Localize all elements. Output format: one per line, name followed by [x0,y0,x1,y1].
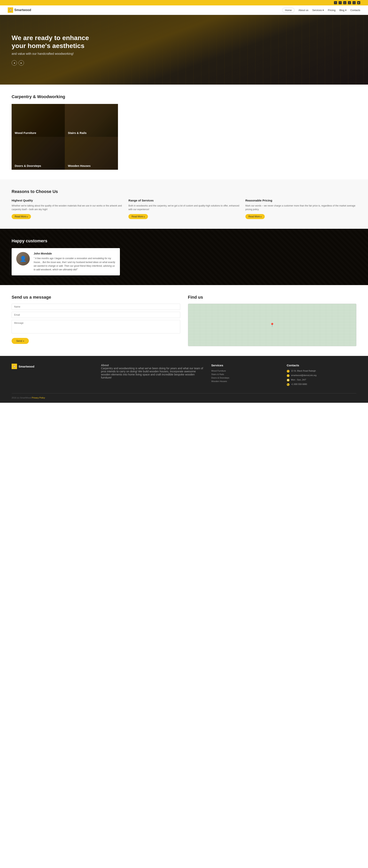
twitter-icon[interactable]: 𝕏 [334,1,337,4]
footer-grid: 🏠 Smartwood About Carpentry and woodwork… [11,364,357,388]
testimonial-card: 👤 John Mondale " A few months ago I bega… [11,248,120,275]
footer-service-houses[interactable]: Wooden Houses [211,380,281,382]
service-tile-houses[interactable]: Wooden Houses [65,137,118,170]
footer-logo-text: Smartwood [19,365,34,368]
youtube-icon[interactable]: ▶ [357,1,360,4]
nav-link-services[interactable]: Services ▾ [312,9,324,11]
main-nav: 🏠 Smartwood Home About us Services ▾ Pri… [0,5,368,15]
email-input[interactable] [11,312,180,318]
find-us-col: Find us 📍 Map data ©2016 Google Terms of… [188,295,357,346]
footer-services-col: Services Wood Furniture Stairs & Rails D… [211,364,281,388]
footer-copyright: 2016 (c) SmartWood [11,397,31,399]
message-input[interactable] [11,320,180,334]
reason-services-readmore[interactable]: Read More [128,214,148,219]
footer-logo: 🏠 Smartwood [11,364,95,369]
send-button[interactable]: Send [11,338,29,344]
testimonial-content: John Mondale " A few months ago I began … [34,252,115,272]
service-tile-wood-furniture[interactable]: Wood Furniture [11,104,65,137]
hero-content: We are ready to enhance your home's aest… [11,34,89,66]
testimonial-name: John Mondale [34,252,115,255]
footer-service-stairs[interactable]: Stairs & Rails [211,373,281,375]
tile-label-doors: Doors & Doorsteps [15,164,41,167]
contact-form-col: Send us a message Send [11,295,180,346]
nav-link-contacts[interactable]: Contacts [350,9,360,11]
tile-label-wood: Wood Furniture [15,131,36,134]
footer-service-doors[interactable]: Doors & Doorsteps [211,377,281,379]
footer-contacts-title: Contacts [287,364,357,367]
footer-contact-address: 📍 22 St. Black Road Raleigh [287,370,357,373]
reasons-section: Reasons to Choose Us Highest Quality Whe… [0,179,368,229]
hero-nav-buttons: ◂ ▸ [11,60,89,66]
reason-pricing-desc: Mark our words – we never charge a custo… [245,204,357,211]
carpentry-section: Carpentry & Woodworking Wood Furniture S… [0,85,368,179]
reason-services-title: Range of Services [128,199,239,202]
service-tile-stairs-rails[interactable]: Stairs & Rails [65,104,118,137]
facebook-icon[interactable]: f [339,1,342,4]
hero-section: We are ready to enhance your home's aest… [0,15,368,85]
footer-address-text: 22 St. Black Road Raleigh [291,370,316,372]
hero-heading: We are ready to enhance your home's aest… [11,34,89,50]
email-icon: ✉ [287,374,290,377]
clock-icon: 🕐 [287,379,290,381]
services-grid: Wood Furniture Stairs & Rails Doors & Do… [11,104,118,170]
nav-item-services[interactable]: Services ▾ [312,8,324,11]
contact-section: Send us a message Send Find us 📍 Map dat… [0,285,368,356]
customers-section: Happy customers 👤 John Mondale " A few m… [0,229,368,285]
nav-link-pricing[interactable]: Pricing [328,9,336,11]
nav-item-home[interactable]: Home [282,8,295,11]
reason-pricing-readmore[interactable]: Read More [245,214,265,219]
footer-about-title: About [101,364,205,367]
top-bar: 𝕏 f g p ◻ ▶ [0,0,368,5]
reason-services-desc: Both in woodworks and the carpentry, we'… [128,204,239,211]
nav-item-blog[interactable]: Blog ▾ [339,8,346,11]
footer-bottom: 2016 (c) SmartWood Privacy Policy [11,393,357,399]
footer-hours-text: Mon - Sun, 24/7 [291,378,306,381]
map-container[interactable]: 📍 Map data ©2016 Google Terms of Use Rep… [188,304,357,346]
form-group-name [11,304,180,310]
name-input[interactable] [11,304,180,310]
reason-card-services: Range of Services Both in woodworks and … [128,199,239,219]
map-placeholder: 📍 [188,304,357,346]
footer-about-col: About Carpentry and woodworking is what … [101,364,205,388]
nav-item-about[interactable]: About us [298,8,308,11]
testimonial-avatar: 👤 [16,252,30,266]
hero-prev-button[interactable]: ◂ [11,60,17,66]
logo[interactable]: 🏠 Smartwood [8,7,31,13]
reason-quality-title: Highest Quality [11,199,123,202]
service-tile-doors[interactable]: Doors & Doorsteps [11,137,65,170]
logo-icon: 🏠 [8,7,13,13]
reasons-title: Reasons to Choose Us [11,189,357,194]
pinterest-icon[interactable]: p [348,1,351,4]
nav-item-contacts[interactable]: Contacts [350,8,360,11]
form-group-message [11,320,180,334]
nav-item-pricing[interactable]: Pricing [328,8,336,11]
testimonial-quote: " A few months ago I began to consider a… [34,257,115,272]
hero-next-button[interactable]: ▸ [19,60,24,66]
privacy-policy-link[interactable]: Privacy Policy [32,397,45,399]
customers-title: Happy customers [11,239,357,244]
reason-card-quality: Highest Quality Whether we're talking ab… [11,199,123,219]
nav-links: Home About us Services ▾ Pricing Blog ▾ … [282,8,360,11]
footer-email-text: smartwood@demoLink.org [291,374,316,376]
footer-phone-text: +1 800 559 6880 [291,383,307,385]
google-plus-icon[interactable]: g [343,1,346,4]
hero-heading-line1: We are ready to enhance [11,34,89,41]
reason-card-pricing: Reasonable Pricing Mark our words – we n… [245,199,357,219]
nav-link-home[interactable]: Home [282,8,295,12]
reason-quality-readmore[interactable]: Read More [11,214,31,219]
tile-label-houses: Wooden Houses [68,164,91,167]
map-pin: 📍 [270,322,275,327]
location-icon: 📍 [287,370,290,373]
footer-services-list: Wood Furniture Stairs & Rails Doors & Do… [211,370,281,382]
footer-about-text: Carpentry and woodworking is what we've … [101,367,205,379]
footer-logo-col: 🏠 Smartwood [11,364,95,388]
hero-subtext: and value with our handcrafted woodworki… [11,52,89,56]
nav-link-blog[interactable]: Blog ▾ [339,9,346,11]
instagram-icon[interactable]: ◻ [353,1,356,4]
nav-link-about[interactable]: About us [298,9,308,11]
form-group-email [11,312,180,318]
reason-quality-desc: Whether we're talking about the quality … [11,204,123,211]
tile-label-stairs: Stairs & Rails [68,131,87,134]
phone-icon: 📞 [287,383,290,386]
footer-service-wood[interactable]: Wood Furniture [211,370,281,372]
